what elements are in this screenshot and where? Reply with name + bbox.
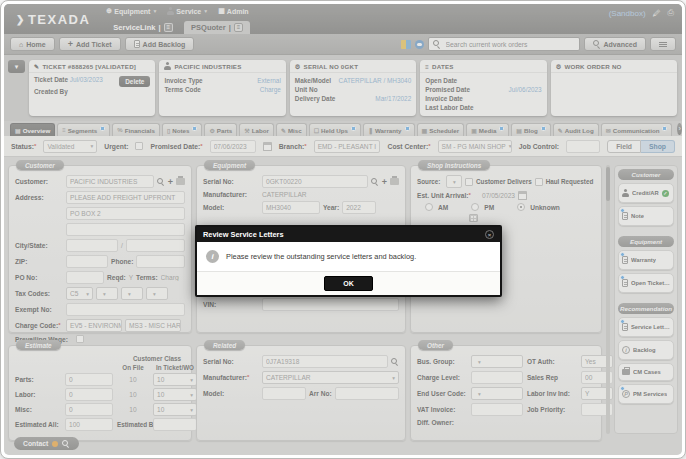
tax-code-2-select[interactable] bbox=[96, 287, 118, 300]
search-input[interactable] bbox=[444, 40, 575, 49]
invoice-type-value[interactable]: External bbox=[257, 76, 280, 85]
make-model-value[interactable]: CATERPILLAR / MH3040 bbox=[339, 76, 412, 85]
labor-estimate-input[interactable] bbox=[65, 388, 113, 401]
charge-level-input[interactable] bbox=[471, 371, 523, 384]
tab-parts[interactable]: ⚙Parts bbox=[204, 123, 237, 136]
haul-requested-checkbox[interactable] bbox=[535, 178, 543, 186]
tabs-scroll-right-button[interactable]: › bbox=[677, 123, 682, 135]
print-icon[interactable] bbox=[390, 178, 399, 185]
calendar-icon[interactable] bbox=[263, 142, 272, 151]
phone-input[interactable] bbox=[136, 255, 185, 268]
end-user-code-select[interactable] bbox=[471, 387, 523, 400]
tab-communication[interactable]: ✉Communication bbox=[601, 123, 673, 136]
charge-code-1-select[interactable]: EV5 - ENVIRONME bbox=[66, 319, 122, 332]
exempt-no-input[interactable] bbox=[66, 303, 185, 316]
advanced-search-button[interactable]: Advanced bbox=[584, 37, 646, 51]
search-icon[interactable] bbox=[62, 440, 70, 448]
home-button[interactable]: ⌂Home bbox=[10, 37, 55, 51]
tab-financials[interactable]: %Financials bbox=[112, 123, 160, 136]
labor-class-select[interactable]: 10 bbox=[153, 388, 197, 401]
sidebar-item-service-letters[interactable]: Service Letters bbox=[618, 317, 674, 337]
charge-code-2-select[interactable]: MS3 - MISC HARD bbox=[125, 319, 181, 332]
status-select[interactable]: Validated bbox=[43, 140, 97, 153]
model-input[interactable] bbox=[262, 201, 320, 214]
collapse-cards-button[interactable]: ▾ bbox=[8, 60, 25, 73]
pm-radio[interactable] bbox=[471, 203, 479, 211]
tab-psquoter[interactable]: PSQuoter|≡ bbox=[184, 21, 250, 34]
print-icon[interactable] bbox=[176, 178, 185, 185]
tab-audit-log[interactable]: ✎Audit Log bbox=[553, 123, 599, 136]
terms-code-value[interactable]: Charge bbox=[260, 85, 281, 94]
hamburger-icon[interactable]: ≡ bbox=[164, 23, 174, 32]
am-radio[interactable] bbox=[425, 203, 433, 211]
sidebar-item-note[interactable]: Note bbox=[618, 206, 674, 226]
branch-select[interactable]: EMD - PLEASANT I bbox=[314, 140, 381, 153]
estimated-by-input[interactable] bbox=[153, 418, 197, 431]
vin-input[interactable] bbox=[262, 298, 399, 311]
search-icon[interactable] bbox=[157, 178, 165, 186]
po-no-input[interactable] bbox=[66, 271, 104, 284]
misc-estimate-input[interactable] bbox=[65, 403, 113, 416]
hamburger-icon[interactable]: ≡ bbox=[234, 23, 244, 32]
unknown-radio[interactable] bbox=[517, 203, 525, 211]
delete-ticket-button[interactable]: Delete bbox=[119, 76, 150, 87]
shop-toggle-button[interactable]: Shop bbox=[641, 140, 675, 153]
address-line1-input[interactable] bbox=[66, 191, 185, 204]
help-bubble-icon[interactable] bbox=[415, 40, 424, 49]
paperclip-icon[interactable]: 🖉 bbox=[653, 9, 661, 18]
related-serial-input[interactable] bbox=[262, 355, 388, 368]
parts-class-select[interactable]: 10 bbox=[153, 373, 197, 386]
menu-admin[interactable]: ▦Admin bbox=[218, 7, 248, 15]
ok-button[interactable]: OK bbox=[324, 276, 373, 291]
plus-icon[interactable]: + bbox=[168, 178, 173, 186]
customer-name-field[interactable]: PACIFIC INDUSTRIES bbox=[66, 175, 154, 188]
contact-pill[interactable]: Contact bbox=[14, 437, 79, 450]
related-model-input[interactable] bbox=[262, 387, 306, 400]
tab-notes[interactable]: ▯Notes bbox=[162, 123, 203, 136]
address-line3-input[interactable] bbox=[66, 223, 185, 236]
field-toggle-button[interactable]: Field bbox=[607, 140, 641, 153]
grid-icon[interactable] bbox=[469, 214, 478, 222]
sidebar-item-backlog[interactable]: iBacklog bbox=[618, 340, 674, 360]
menu-service[interactable]: Service▼ bbox=[167, 7, 208, 15]
sidebar-item-warranty[interactable]: Warranty bbox=[618, 250, 674, 270]
tax-code-3-select[interactable] bbox=[121, 287, 143, 300]
serial-no-field[interactable]: 0GKT00220 bbox=[262, 175, 368, 188]
customer-delivers-checkbox[interactable] bbox=[465, 178, 473, 186]
estimated-all-input[interactable] bbox=[65, 418, 113, 431]
tab-scheduler[interactable]: ▦Scheduler bbox=[417, 123, 465, 136]
cost-center-select[interactable]: SM - PG MAIN SHOP bbox=[438, 140, 512, 153]
tax-code-4-select[interactable] bbox=[146, 287, 168, 300]
menu-equipment[interactable]: ⊕Equipment▼ bbox=[106, 7, 157, 15]
add-backlog-button[interactable]: Add Backlog bbox=[125, 37, 195, 51]
job-control-input[interactable] bbox=[566, 140, 600, 153]
plus-icon[interactable]: + bbox=[382, 178, 387, 186]
tab-overview[interactable]: ▤Overview bbox=[10, 123, 55, 136]
tab-labor[interactable]: ⚒Labor bbox=[239, 123, 274, 136]
sidebar-item-credit-ar[interactable]: Credit/AR✓ bbox=[618, 183, 674, 203]
sidebar-item-open-tickets[interactable]: Open Tickets & Work... bbox=[618, 273, 674, 293]
zip-input[interactable] bbox=[66, 255, 108, 268]
close-icon[interactable]: × bbox=[485, 230, 494, 239]
year-input[interactable] bbox=[342, 201, 376, 214]
sandbox-link[interactable]: (Sandbox) bbox=[609, 9, 646, 18]
print-icon[interactable]: ⎙ bbox=[668, 8, 674, 18]
parts-estimate-input[interactable] bbox=[65, 373, 113, 386]
sidebar-item-pm-services[interactable]: PPM Services bbox=[618, 384, 674, 404]
related-arr-no-input[interactable] bbox=[335, 387, 399, 400]
vertical-scrollbar[interactable] bbox=[606, 165, 610, 434]
search-icon[interactable] bbox=[371, 178, 379, 186]
urgent-checkbox[interactable] bbox=[135, 142, 143, 150]
promised-date-input[interactable] bbox=[210, 140, 256, 153]
tab-blog[interactable]: ▤Blog bbox=[511, 123, 550, 136]
state-input[interactable] bbox=[126, 239, 185, 252]
book-icon[interactable] bbox=[401, 40, 411, 49]
tax-code-1-select[interactable]: C5 bbox=[66, 287, 93, 300]
search-icon[interactable] bbox=[391, 358, 399, 366]
tab-media[interactable]: ▣Media bbox=[466, 123, 509, 136]
tab-misc[interactable]: ✎Misc bbox=[276, 123, 307, 136]
calendar-icon[interactable] bbox=[518, 191, 527, 200]
tab-servicelink[interactable]: ServiceLink|≡ bbox=[106, 21, 180, 34]
prevailing-wage-checkbox[interactable] bbox=[76, 335, 84, 343]
source-select[interactable] bbox=[446, 175, 462, 188]
